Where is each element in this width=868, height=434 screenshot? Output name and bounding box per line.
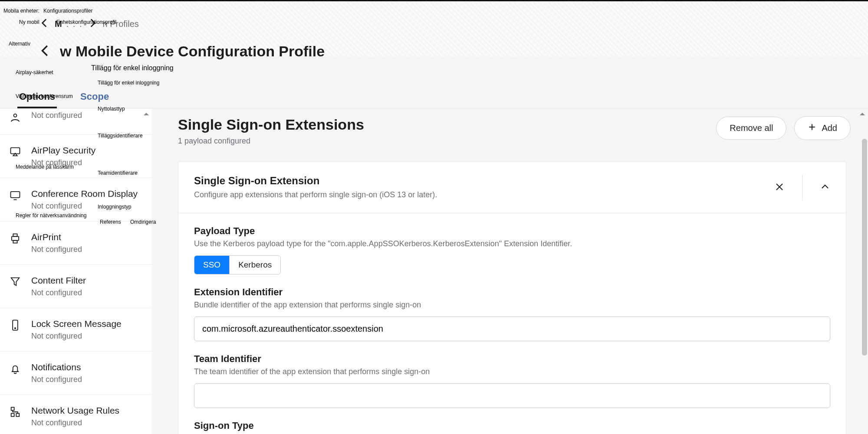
divider — [802, 175, 802, 201]
overlay-mobila-enheter: Mobila enheter: — [3, 8, 39, 14]
title-back-icon[interactable] — [39, 44, 52, 59]
overlay-airplay-sakerhet: Airplay-säkerhet — [16, 69, 53, 75]
content-heading: Single Sign-on Extensions — [178, 116, 364, 133]
network-usage-icon — [9, 405, 22, 418]
extension-identifier-label: Extension Identifier — [194, 287, 830, 298]
sidebar-item-content-filter[interactable]: Content Filter Not configured — [0, 265, 152, 308]
add-button[interactable]: Add — [794, 116, 851, 140]
back-arrow-icon[interactable] — [39, 17, 50, 31]
extension-identifier-input[interactable] — [194, 317, 830, 341]
overlay-ny-mobil: Ny mobil — [19, 19, 39, 25]
overlay-nyttolasttyp: Nyttolasttyp — [98, 106, 125, 112]
team-identifier-label: Team Identifier — [194, 353, 830, 365]
payload-count: 1 payload configured — [178, 137, 364, 146]
signon-type-field: Sign-on Type Sign-on authorization type … — [178, 408, 846, 434]
sidebar-item-label: Notifications — [31, 362, 82, 372]
close-icon[interactable] — [774, 182, 785, 194]
sidebar: Not configured AirPlay Security Not conf… — [0, 108, 152, 434]
svg-rect-8 — [11, 408, 14, 411]
sidebar-item-notifications[interactable]: Notifications Not configured — [0, 352, 152, 395]
extension-identifier-desc: Bundle identifier of the app extension t… — [194, 300, 830, 310]
overlay-alternativ: Alternativ — [9, 41, 30, 47]
sidebar-item-label: Conference Room Display — [31, 189, 138, 199]
sidebar-item-network-usage-rules[interactable]: Network Usage Rules Not configured — [0, 395, 152, 434]
sidebar-scroll-up-icon[interactable] — [142, 110, 150, 118]
svg-rect-3 — [12, 236, 19, 240]
svg-point-0 — [14, 114, 17, 117]
svg-rect-4 — [13, 234, 17, 237]
overlay-tillaggsidentifierare: Tilläggsidentifierare — [98, 133, 143, 139]
generic-payload-icon — [9, 111, 22, 124]
overlay-teamidentifierare: Teamidentifierare — [98, 170, 138, 176]
overlay-inloggningstyp: Inloggningstyp — [98, 204, 131, 210]
overlay-visning-konferens: Visning av konferensrum — [16, 93, 73, 99]
sidebar-item-subtitle: Not configured — [31, 375, 82, 384]
content-filter-icon — [9, 275, 22, 288]
overlay-regler-natverk: Regler för nätverksanvändning — [16, 212, 86, 219]
overlay-tillagg-small: Tillägg för enkel inloggning — [98, 80, 159, 86]
content-scrollbar[interactable] — [862, 139, 867, 382]
sidebar-item-label: AirPrint — [31, 232, 82, 242]
overlay-enhetskonfigurationsprofil: Enhetskonfigurationsprofil — [56, 19, 116, 25]
sidebar-item-partial[interactable]: Not configured — [0, 108, 152, 135]
sidebar-item-subtitle: Not configured — [31, 418, 119, 427]
conference-room-icon — [9, 189, 22, 202]
payload-type-sso-button[interactable]: SSO — [194, 256, 229, 274]
sidebar-item-label: Network Usage Rules — [31, 405, 119, 416]
payload-type-field: Payload Type Use the Kerberos payload ty… — [178, 213, 846, 274]
signon-type-label: Sign-on Type — [194, 420, 830, 431]
sidebar-item-subtitle: Not configured — [31, 111, 82, 120]
overlay-omdirigera: Omdirigera — [130, 219, 156, 225]
team-identifier-field: Team Identifier The team identifier of t… — [178, 341, 846, 408]
airprint-icon — [9, 232, 22, 245]
svg-rect-10 — [16, 414, 19, 417]
content-scroll-up-icon[interactable] — [858, 110, 866, 118]
svg-rect-9 — [11, 414, 14, 417]
sidebar-item-subtitle: Not configured — [31, 245, 82, 254]
overlay-meddelande-pa-lasskarm: Meddelande på låsskärm — [16, 164, 74, 170]
sidebar-item-label: Content Filter — [31, 275, 86, 286]
sidebar-item-label: AirPlay Security — [31, 145, 95, 156]
tabs-row: Options Scope — [0, 87, 868, 108]
plus-icon — [808, 123, 816, 134]
content-scrollbar-thumb[interactable] — [862, 139, 867, 356]
team-identifier-input[interactable] — [194, 383, 830, 408]
sidebar-item-subtitle: Not configured — [31, 332, 122, 341]
payload-type-label: Payload Type — [194, 225, 830, 237]
overlay-tillagg-heading: Tillägg för enkel inloggning — [91, 64, 868, 72]
tab-scope[interactable]: Scope — [79, 87, 111, 108]
lock-screen-icon — [9, 319, 22, 332]
payload-type-kerberos-button[interactable]: Kerberos — [229, 256, 280, 274]
payload-type-desc: Use the Kerberos payload type for the "c… — [194, 239, 830, 248]
sso-extension-card: Single Sign-on Extension Configure app e… — [178, 161, 846, 434]
sidebar-item-label: Lock Screen Message — [31, 319, 122, 329]
payload-type-segmented: SSO Kerberos — [194, 255, 281, 274]
notifications-icon — [9, 362, 22, 375]
overlay-referens: Referens — [100, 219, 121, 225]
card-title: Single Sign-on Extension — [194, 175, 437, 187]
airplay-security-icon — [9, 145, 22, 158]
sidebar-item-lock-screen-message[interactable]: Lock Screen Message Not configured — [0, 308, 152, 352]
page-title: w Mobile Device Configuration Profile — [60, 43, 325, 60]
svg-rect-5 — [13, 241, 17, 243]
svg-point-7 — [15, 328, 16, 329]
card-desc: Configure app extensions that perform si… — [194, 190, 437, 199]
breadcrumb: M . . . n Profiles — [39, 17, 868, 31]
remove-all-button[interactable]: Remove all — [716, 117, 786, 140]
overlay-konfigurationsprofiler: Konfigurationsprofiler — [43, 8, 92, 14]
extension-identifier-field: Extension Identifier Bundle identifier o… — [178, 274, 846, 341]
svg-rect-2 — [11, 192, 20, 198]
sidebar-item-subtitle: Not configured — [31, 288, 86, 297]
sidebar-item-airprint[interactable]: AirPrint Not configured — [0, 222, 152, 265]
main-content: Single Sign-on Extensions 1 payload conf… — [152, 108, 868, 434]
team-identifier-desc: The team identifier of the app extension… — [194, 367, 830, 376]
chevron-up-icon[interactable] — [820, 182, 830, 194]
